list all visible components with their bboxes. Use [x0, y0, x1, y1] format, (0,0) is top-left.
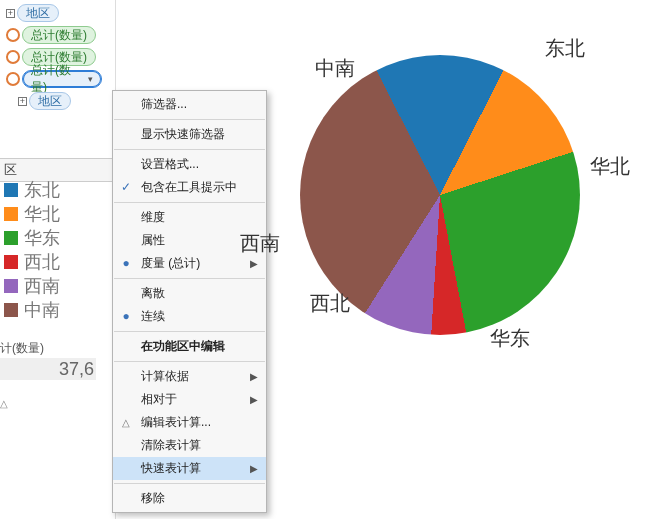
- menu-separator: [114, 483, 265, 484]
- shelf-measure-row-3-selected[interactable]: 总计(数量) ▾: [0, 68, 115, 90]
- menu-edit-table-calc[interactable]: △ 编辑表计算...: [113, 411, 266, 434]
- legend-item[interactable]: 西北: [4, 250, 60, 274]
- expand-icon[interactable]: +: [6, 9, 15, 18]
- menu-edit-in-shelf[interactable]: 在功能区中编辑: [113, 335, 266, 358]
- legend-label: 西南: [24, 274, 60, 298]
- menu-filter[interactable]: 筛选器...: [113, 93, 266, 116]
- menu-continuous[interactable]: ● 连续: [113, 305, 266, 328]
- menu-dimension[interactable]: 维度: [113, 206, 266, 229]
- legend-swatch: [4, 303, 18, 317]
- color-legend: 东北 华北 华东 西北 西南 中南: [4, 178, 60, 322]
- menu-quick-table-calc[interactable]: 快速表计算 ▶: [113, 457, 266, 480]
- slice-label-xinan: 西南: [240, 230, 280, 257]
- table-calc-icon: [6, 28, 20, 42]
- slice-label-huadong: 华东: [490, 325, 530, 352]
- menu-discrete[interactable]: 离散: [113, 282, 266, 305]
- menu-include-tooltip[interactable]: ✓ 包含在工具提示中: [113, 176, 266, 199]
- bullet-icon: ●: [120, 311, 132, 323]
- context-menu: 筛选器... 显示快速筛选器 设置格式... ✓ 包含在工具提示中 维度 属性 …: [112, 90, 267, 513]
- menu-clear-table-calc[interactable]: 清除表计算: [113, 434, 266, 457]
- legend-item[interactable]: 东北: [4, 178, 60, 202]
- menu-compute-using[interactable]: 计算依据 ▶: [113, 365, 266, 388]
- shelf-measure-row-1[interactable]: 总计(数量): [0, 24, 115, 46]
- menu-label: 编辑表计算...: [141, 415, 211, 429]
- shelf-dimension-row[interactable]: + 地区: [0, 2, 115, 24]
- readout-label: 计(数量): [0, 340, 44, 357]
- delta-icon: △: [120, 417, 132, 429]
- menu-label: 度量 (总计): [141, 256, 200, 270]
- bullet-icon: ●: [120, 258, 132, 270]
- pie-chart: 东北 华北 华东 西北 西南 中南: [270, 25, 660, 355]
- menu-show-quick-filter[interactable]: 显示快速筛选器: [113, 123, 266, 146]
- table-calc-icon: [6, 72, 20, 86]
- menu-label: 连续: [141, 309, 165, 323]
- slice-label-dongbei: 东北: [545, 35, 585, 62]
- legend-item[interactable]: 华东: [4, 226, 60, 250]
- menu-separator: [114, 149, 265, 150]
- submenu-arrow-icon: ▶: [250, 457, 258, 480]
- submenu-arrow-icon: ▶: [250, 388, 258, 411]
- measure-pill-3[interactable]: 总计(数量) ▾: [22, 70, 102, 88]
- chevron-down-icon[interactable]: ▾: [88, 74, 93, 84]
- check-icon: ✓: [120, 182, 132, 194]
- measure-pill-label: 总计(数量): [31, 62, 84, 96]
- legend-swatch: [4, 183, 18, 197]
- legend-swatch: [4, 231, 18, 245]
- left-panel: + 地区 总计(数量) 总计(数量) 总计(数量) ▾ + 地区 区 东北 华北…: [0, 0, 116, 519]
- expand-icon[interactable]: +: [18, 97, 27, 106]
- dimension-pill-2[interactable]: 地区: [29, 92, 71, 110]
- legend-label: 华北: [24, 202, 60, 226]
- menu-label: 计算依据: [141, 369, 189, 383]
- legend-swatch: [4, 279, 18, 293]
- legend-swatch: [4, 207, 18, 221]
- menu-separator: [114, 361, 265, 362]
- menu-remove[interactable]: 移除: [113, 487, 266, 510]
- menu-separator: [114, 119, 265, 120]
- menu-label: 包含在工具提示中: [141, 180, 237, 194]
- slice-label-xibei: 西北: [310, 290, 350, 317]
- measure-pill-1[interactable]: 总计(数量): [22, 26, 96, 44]
- menu-relative-to[interactable]: 相对于 ▶: [113, 388, 266, 411]
- shelf-dimension-row-2[interactable]: + 地区: [0, 90, 115, 112]
- legend-label: 中南: [24, 298, 60, 322]
- menu-separator: [114, 331, 265, 332]
- legend-label: 华东: [24, 226, 60, 250]
- menu-label: 相对于: [141, 392, 177, 406]
- legend-item[interactable]: 华北: [4, 202, 60, 226]
- menu-separator: [114, 202, 265, 203]
- legend-item[interactable]: 中南: [4, 298, 60, 322]
- submenu-arrow-icon: ▶: [250, 365, 258, 388]
- readout-value: 37,6: [0, 358, 96, 380]
- legend-swatch: [4, 255, 18, 269]
- slice-label-huabei: 华北: [590, 153, 630, 180]
- table-calc-icon: [6, 50, 20, 64]
- menu-label: 快速表计算: [141, 461, 201, 475]
- dimension-pill[interactable]: 地区: [17, 4, 59, 22]
- menu-separator: [114, 278, 265, 279]
- menu-format[interactable]: 设置格式...: [113, 153, 266, 176]
- legend-label: 东北: [24, 178, 60, 202]
- slice-label-zhongnan: 中南: [315, 55, 355, 82]
- delta-icon: △: [0, 398, 8, 409]
- legend-item[interactable]: 西南: [4, 274, 60, 298]
- legend-label: 西北: [24, 250, 60, 274]
